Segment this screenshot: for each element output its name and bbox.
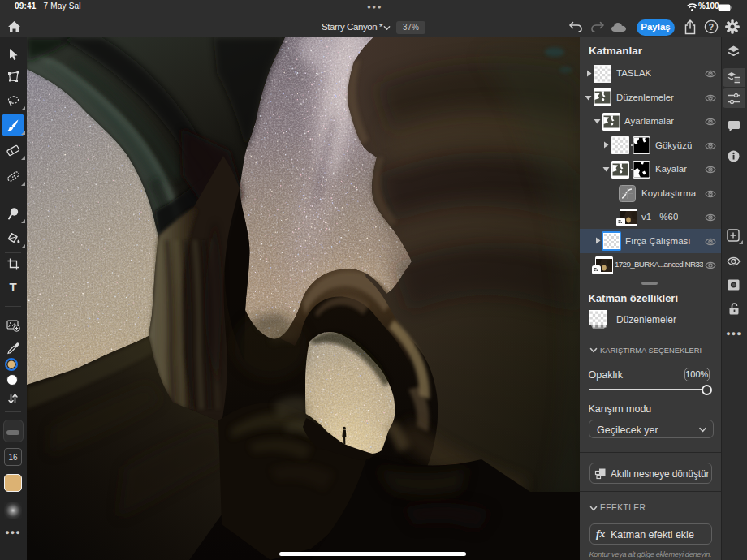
svg-text:?: ? [709,22,714,32]
